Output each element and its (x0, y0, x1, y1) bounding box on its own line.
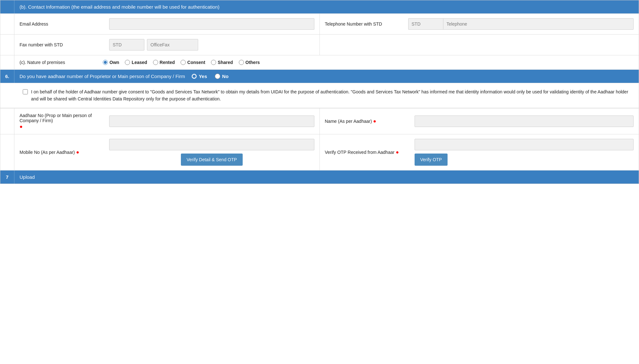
aadhaar-no-radio[interactable] (215, 74, 220, 79)
fax-row: Fax number with STD (0, 35, 639, 55)
premises-row: (c). Nature of premises Own Leased (0, 55, 639, 69)
section-6-header: 6. Do you have aadhaar number of Proprie… (0, 70, 639, 83)
premises-consent-label: Consent (187, 60, 205, 65)
consent-text: I on behalf of the holder of Aadhaar num… (31, 88, 634, 103)
aadhaar-required: ● (20, 124, 23, 130)
aadhaar-no-label: Aadhaar No (Prop or Main person of Compa… (20, 113, 99, 123)
telephone-std-input[interactable] (408, 18, 443, 30)
verify-otp-input[interactable] (415, 139, 634, 150)
aadhaar-yes-label: Yes (199, 74, 207, 79)
premises-option-consent[interactable]: Consent (181, 60, 205, 65)
fax-label: Fax number with STD (20, 42, 63, 47)
premises-radio-shared[interactable] (211, 60, 216, 65)
section-7-title: Upload (20, 174, 35, 180)
aadhaar-yes-option[interactable]: Yes (191, 74, 207, 79)
aadhaar-yes-radio[interactable] (191, 74, 197, 79)
premises-option-own[interactable]: Own (103, 60, 119, 65)
aadhaar-no-input[interactable] (109, 115, 314, 127)
premises-radio-leased[interactable] (125, 60, 130, 65)
premises-option-shared[interactable]: Shared (211, 60, 233, 65)
mobile-input[interactable] (109, 139, 314, 150)
premises-own-label: Own (109, 60, 119, 65)
section-6-number: 6. (5, 74, 9, 79)
aadhaar-name-row: Aadhaar No (Prop or Main person of Compa… (0, 108, 639, 134)
premises-rented-label: Rented (160, 60, 175, 65)
consent-checkbox[interactable] (23, 89, 28, 94)
verify-otp-required: ● (396, 149, 399, 155)
fax-office-input[interactable] (147, 39, 198, 51)
email-label: Email Address (20, 21, 48, 27)
consent-row: I on behalf of the holder of Aadhaar num… (0, 83, 639, 108)
email-telephone-row: Email Address Telephone Number with STD (0, 14, 639, 34)
telephone-label: Telephone Number with STD (325, 21, 382, 27)
premises-others-label: Others (246, 60, 260, 65)
premises-radio-group: Own Leased Rented (103, 60, 260, 65)
section-b-title: (b). Contact Information (the email addr… (20, 4, 220, 10)
name-aadhaar-input[interactable] (415, 115, 634, 127)
premises-leased-label: Leased (132, 60, 147, 65)
section-7-header: 7 Upload (0, 170, 639, 184)
premises-radio-others[interactable] (239, 60, 244, 65)
mobile-required: ● (76, 149, 79, 155)
premises-radio-consent[interactable] (181, 60, 186, 65)
verify-send-otp-button[interactable]: Verify Detail & Send OTP (181, 154, 243, 166)
section-6-title: Do you have aadhaar number of Proprietor… (20, 74, 185, 79)
mobile-otp-row: Mobile No (As per Aadhaar) ● Verify Deta… (0, 134, 639, 170)
premises-option-others[interactable]: Others (239, 60, 260, 65)
name-required: ● (373, 118, 376, 124)
name-aadhaar-label: Name (As per Aadhaar) (325, 119, 372, 124)
fax-std-input[interactable] (109, 39, 144, 51)
section-b-header: (b). Contact Information (the email addr… (0, 0, 639, 13)
telephone-number-input[interactable] (443, 18, 634, 30)
section-7-number: 7 (6, 174, 8, 180)
mobile-label: Mobile No (As per Aadhaar) (20, 150, 75, 155)
premises-shared-label: Shared (218, 60, 233, 65)
premises-radio-rented[interactable] (153, 60, 158, 65)
aadhaar-yes-no-group: Yes No (191, 74, 229, 79)
verify-otp-label: Verify OTP Received from Aadhaar (325, 150, 395, 155)
premises-option-leased[interactable]: Leased (125, 60, 147, 65)
email-input[interactable] (109, 18, 314, 30)
premises-label: (c). Nature of premises (20, 60, 65, 65)
aadhaar-no-label: No (222, 74, 229, 79)
aadhaar-no-option[interactable]: No (215, 74, 229, 79)
premises-option-rented[interactable]: Rented (153, 60, 175, 65)
premises-radio-own[interactable] (103, 60, 108, 65)
verify-otp-button[interactable]: Verify OTP (415, 154, 448, 166)
